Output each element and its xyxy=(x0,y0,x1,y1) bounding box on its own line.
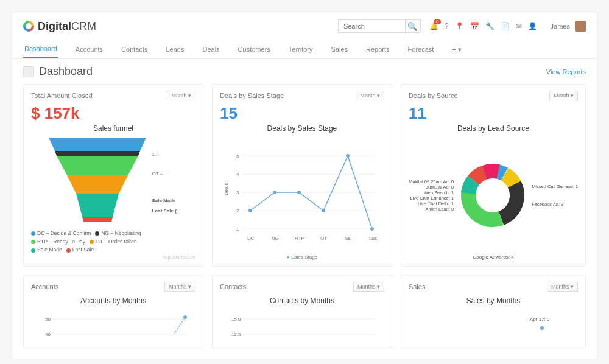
svg-point-19 xyxy=(297,191,301,194)
svg-point-45 xyxy=(540,326,544,330)
by-stage-chart-title: Deals by Sales Stage xyxy=(220,124,384,133)
svg-point-40 xyxy=(183,315,187,319)
svg-text:5: 5 xyxy=(236,153,239,159)
card-by-stage-title: Deals by Sales Stage xyxy=(220,92,284,99)
svg-text:Apr 17: 0: Apr 17: 0 xyxy=(530,317,550,322)
card-contacts-title: Contacts xyxy=(220,283,246,290)
svg-text:DC: DC xyxy=(247,236,255,241)
search-icon: 🔍 xyxy=(407,22,418,31)
funnel-legend: DC – Decide & Confirm NG – Negotiating R… xyxy=(31,229,195,254)
funnel-side-label: Lost Sale (... xyxy=(152,206,180,217)
tab-accounts[interactable]: Accounts xyxy=(74,41,104,58)
svg-text:Deals: Deals xyxy=(224,183,229,195)
svg-marker-2 xyxy=(57,156,138,175)
card-sales: Sales Months ▾ Sales by Months Apr 17: 0 xyxy=(401,275,586,348)
card-accounts-title: Accounts xyxy=(31,283,58,290)
sales-chart-title: Sales by Months xyxy=(409,296,578,305)
svg-marker-0 xyxy=(49,138,146,151)
view-reports-link[interactable]: View Reports xyxy=(546,68,586,75)
card-by-source-title: Deals by Source xyxy=(409,92,458,99)
funnel-title: Sales funnel xyxy=(31,124,195,133)
svg-text:12.5: 12.5 xyxy=(231,332,241,337)
card-sales-period[interactable]: Months ▾ xyxy=(547,282,578,292)
svg-point-17 xyxy=(248,209,252,212)
svg-point-22 xyxy=(370,227,374,231)
svg-text:Sal: Sal xyxy=(345,236,352,241)
funnel-side-label: OT – .. xyxy=(152,169,180,180)
tab-deals[interactable]: Deals xyxy=(201,41,220,58)
pin-icon[interactable]: 📍 xyxy=(455,23,464,30)
logo-ring-icon xyxy=(21,18,36,33)
funnel-side-label: Sale Made xyxy=(152,195,180,206)
svg-text:Los: Los xyxy=(369,236,377,241)
line-chart-accounts: 50 40 xyxy=(34,310,192,340)
main-nav: Dashboard Accounts Contacts Leads Deals … xyxy=(12,37,597,59)
wrench-icon[interactable]: 🔧 xyxy=(485,23,495,30)
brand-name-2: CRM xyxy=(71,20,96,33)
svg-point-20 xyxy=(322,209,325,212)
tab-more[interactable]: + ▾ xyxy=(451,41,462,58)
help-icon[interactable]: ? xyxy=(445,23,449,30)
tab-customers[interactable]: Customers xyxy=(237,41,272,58)
calendar-icon[interactable]: 📅 xyxy=(470,23,479,30)
card-by-stage-period[interactable]: Month ▾ xyxy=(356,91,384,100)
user-icon[interactable]: 👤 xyxy=(528,23,537,30)
card-accounts: Accounts Months ▾ Accounts by Months 50 … xyxy=(23,275,203,348)
tab-forecast[interactable]: Forecast xyxy=(407,41,435,58)
svg-marker-1 xyxy=(55,151,140,156)
page-title: Dashboard xyxy=(39,65,93,78)
svg-text:OT: OT xyxy=(320,236,327,241)
tab-dashboard[interactable]: Dashboard xyxy=(23,40,58,58)
tab-leads[interactable]: Leads xyxy=(165,41,186,58)
svg-point-18 xyxy=(273,191,276,194)
total-closed-value: $ 157k xyxy=(31,104,195,123)
card-total-closed-title: Total Amount Closed xyxy=(31,92,93,99)
by-source-value: 11 xyxy=(409,104,578,123)
user-name: James xyxy=(551,23,570,30)
by-source-chart-title: Deals by Lead Source xyxy=(409,124,578,133)
notifications-button[interactable]: 🔔 6 xyxy=(429,23,438,30)
svg-text:NG: NG xyxy=(272,236,279,241)
donut-chart xyxy=(456,159,529,232)
line-chart-stage: 54321 Deals DCNGRTP OTSalLos xyxy=(223,144,381,247)
card-contacts-period[interactable]: Months ▾ xyxy=(353,282,384,292)
card-accounts-period[interactable]: Months ▾ xyxy=(164,282,195,292)
brand-name-1: Digital xyxy=(38,20,71,33)
svg-marker-5 xyxy=(82,217,113,222)
svg-text:50: 50 xyxy=(45,317,51,322)
tab-territory[interactable]: Territory xyxy=(287,41,314,58)
line-chart-sales: Apr 17: 0 xyxy=(414,310,572,340)
user-menu[interactable]: James xyxy=(551,21,586,32)
svg-text:1: 1 xyxy=(236,226,239,232)
tab-reports[interactable]: Reports xyxy=(365,41,391,58)
card-total-closed: Total Amount Closed Month ▾ $ 157k Sales… xyxy=(23,84,203,267)
svg-marker-4 xyxy=(76,194,119,217)
mail-icon[interactable]: ✉ xyxy=(516,23,522,30)
svg-text:2: 2 xyxy=(236,208,239,214)
card-by-source-period[interactable]: Month ▾ xyxy=(549,91,578,100)
donut-right-labels: Missed Call General: 1 Facebook Ad: 3 xyxy=(532,184,578,207)
svg-text:RTP: RTP xyxy=(295,236,304,241)
search-input[interactable] xyxy=(338,19,405,33)
svg-text:40: 40 xyxy=(45,332,51,337)
avatar xyxy=(575,21,586,32)
donut-bottom-label: Google Adwords: 4 xyxy=(409,254,578,260)
brand-logo[interactable]: DigitalCRM xyxy=(23,20,96,33)
tab-contacts[interactable]: Contacts xyxy=(120,41,149,58)
svg-text:4: 4 xyxy=(236,172,239,177)
svg-text:15.0: 15.0 xyxy=(231,317,241,322)
funnel-side-label: 1... xyxy=(152,149,180,160)
card-total-closed-period[interactable]: Month ▾ xyxy=(167,91,195,100)
contacts-chart-title: Contacts by Months xyxy=(220,296,384,305)
funnel-chart xyxy=(46,138,149,229)
report-icon[interactable]: 📄 xyxy=(501,23,510,30)
card-by-stage: Deals by Sales Stage Month ▾ 15 Deals by… xyxy=(212,84,392,267)
card-by-source: Deals by Source Month ▾ 11 Deals by Lead… xyxy=(401,84,586,267)
tab-sales[interactable]: Sales xyxy=(330,41,350,58)
notif-badge: 6 xyxy=(434,19,441,24)
by-stage-legend: ● Sales Stage xyxy=(220,254,384,260)
card-sales-title: Sales xyxy=(409,283,426,290)
card-contacts: Contacts Months ▾ Contacts by Months 15.… xyxy=(212,275,392,348)
by-stage-value: 15 xyxy=(220,104,384,123)
search-button[interactable]: 🔍 xyxy=(405,19,421,33)
